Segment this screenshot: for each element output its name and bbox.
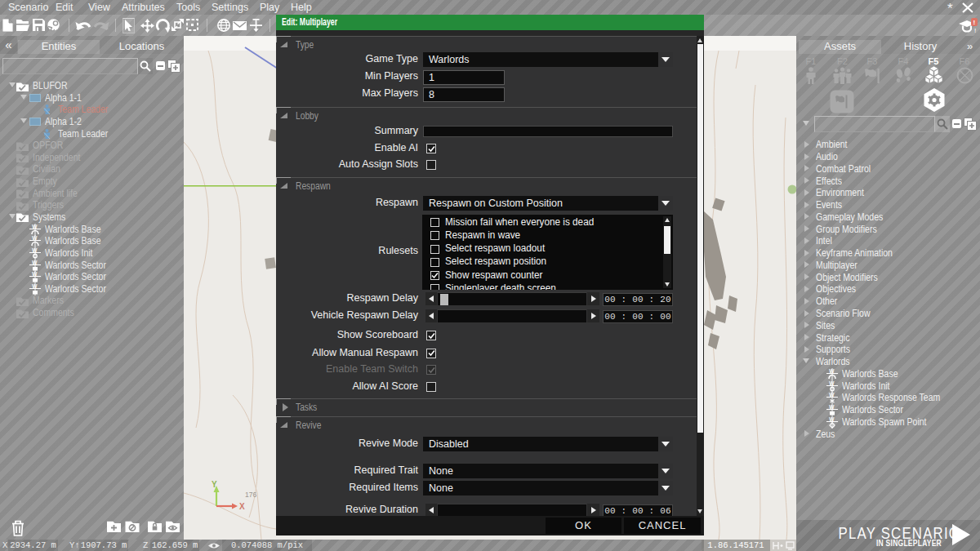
svg-text:X: X bbox=[239, 502, 245, 511]
svg-text:!: ! bbox=[973, 19, 976, 26]
svg-text:176: 176 bbox=[245, 491, 256, 499]
svg-text:!: ! bbox=[974, 27, 976, 33]
